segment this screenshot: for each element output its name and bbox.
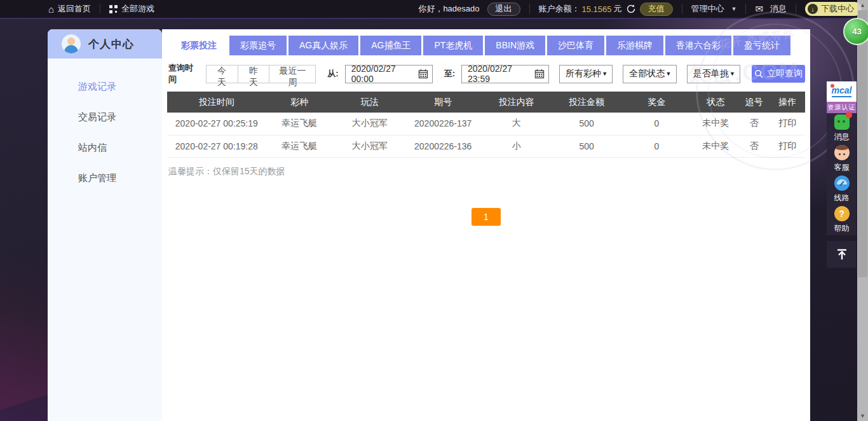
calendar-icon[interactable] xyxy=(418,69,428,79)
help-question-icon: ? xyxy=(834,206,850,221)
sidebar-item-站内信[interactable]: 站内信 xyxy=(48,132,162,163)
table-header-row: 投注时间彩种玩法期号投注内容投注金额奖金状态追号操作 xyxy=(167,92,805,113)
sidebar-item-游戏记录[interactable]: 游戏记录 xyxy=(48,71,162,102)
logout-button[interactable]: 退出 xyxy=(487,3,520,16)
messages-label: 消息 xyxy=(770,3,787,15)
filter-label: 查询时间 xyxy=(168,62,198,85)
page-scrollbar[interactable]: ▲ ▼ xyxy=(857,0,868,421)
scroll-up-arrow-icon[interactable]: ▲ xyxy=(860,0,865,10)
admin-center-menu[interactable]: 管理中心 ▼ xyxy=(691,3,737,15)
col-header-彩种: 彩种 xyxy=(266,92,333,113)
balance-label: 账户余额： xyxy=(539,3,580,15)
cell-状态: 未中奖 xyxy=(693,135,738,157)
widget-label: 线路 xyxy=(834,193,850,204)
customer-service-icon xyxy=(834,145,850,160)
tab-乐游棋牌[interactable]: 乐游棋牌 xyxy=(606,36,663,55)
pagination: 1 xyxy=(167,208,805,226)
widget-客服[interactable]: 客服 xyxy=(827,144,857,174)
back-to-top-button[interactable] xyxy=(827,241,857,268)
recharge-button[interactable]: 充值 xyxy=(640,3,673,16)
back-to-top-icon xyxy=(835,247,849,261)
chevron-down-icon: ▼ xyxy=(602,71,607,77)
cell-彩种: 幸运飞艇 xyxy=(266,135,333,157)
download-icon: ↓ xyxy=(808,4,818,14)
admin-center-label: 管理中心 xyxy=(691,3,724,15)
sidebar-title: 个人中心 xyxy=(88,37,134,52)
all-games-link[interactable]: 全部游戏 xyxy=(109,3,154,15)
divider xyxy=(529,4,530,14)
cell-投注内容: 大 xyxy=(480,113,553,135)
date-to-value: 2020/02/27 23:59 xyxy=(468,64,531,84)
record-tabs: 彩票投注彩票追号AG真人娱乐AG捕鱼王PT老虎机BBIN游戏沙巴体育乐游棋牌香港… xyxy=(170,36,805,55)
select-所有彩种[interactable]: 所有彩种▼ xyxy=(559,65,613,83)
sidebar-header: 个人中心 xyxy=(48,29,162,59)
col-header-玩法: 玩法 xyxy=(333,92,406,113)
scrollbar-thumb[interactable] xyxy=(858,10,867,277)
col-header-状态: 状态 xyxy=(693,92,738,113)
cell-投注金额: 500 xyxy=(553,113,620,135)
cell-投注时间: 2020-02-27 00:19:28 xyxy=(167,135,266,157)
balance-unit: 元 xyxy=(614,3,622,15)
print-link[interactable]: 打印 xyxy=(778,141,796,151)
filter-bar: 查询时间 今天昨天最近一周 从: 2020/02/27 00:00 至: 202… xyxy=(168,62,805,85)
search-button[interactable]: 立即查询 xyxy=(752,65,805,83)
select-value: 是否单挑 xyxy=(693,68,729,79)
col-header-奖金: 奖金 xyxy=(620,92,693,113)
date-to-input[interactable]: 2020/02/27 23:59 xyxy=(461,65,549,83)
cell-期号: 20200226-136 xyxy=(406,135,479,157)
tab-PT老虎机[interactable]: PT老虎机 xyxy=(423,36,483,55)
print-link[interactable]: 打印 xyxy=(778,118,796,128)
tab-沙巴体育[interactable]: 沙巴体育 xyxy=(547,36,604,55)
tab-盈亏统计[interactable]: 盈亏统计 xyxy=(733,36,790,55)
quick-今天[interactable]: 今天 xyxy=(206,65,238,83)
tab-香港六合彩[interactable]: 香港六合彩 xyxy=(665,36,731,55)
tab-彩票投注[interactable]: 彩票投注 xyxy=(170,36,227,55)
widget-stack: 消息客服线路?帮助 xyxy=(827,113,857,235)
tab-彩票追号[interactable]: 彩票追号 xyxy=(229,36,287,55)
sidebar-item-账户管理[interactable]: 账户管理 xyxy=(48,163,162,193)
select-value: 所有彩种 xyxy=(566,68,601,79)
refresh-balance-icon[interactable] xyxy=(626,4,636,14)
cell-奖金: 0 xyxy=(620,135,693,157)
cell-状态: 未中奖 xyxy=(693,113,738,135)
cell-投注时间: 2020-02-27 00:25:19 xyxy=(167,113,266,135)
floating-widgets: mcal 资源认证 消息客服线路?帮助 xyxy=(827,81,857,268)
cell-操作: 打印 xyxy=(770,113,805,135)
divider xyxy=(100,4,100,14)
table-row: 2020-02-27 00:19:28幸运飞艇大小冠军20200226-136小… xyxy=(167,135,805,157)
tab-BBIN游戏[interactable]: BBIN游戏 xyxy=(485,36,545,55)
page-1-button[interactable]: 1 xyxy=(471,208,501,226)
widget-label: 客服 xyxy=(834,162,850,173)
calendar-icon[interactable] xyxy=(534,69,545,79)
quick-最近一周[interactable]: 最近一周 xyxy=(269,65,316,83)
select-全部状态[interactable]: 全部状态▼ xyxy=(623,65,676,83)
widget-线路[interactable]: 线路 xyxy=(827,174,857,205)
select-value: 全部状态 xyxy=(629,68,665,79)
widget-label: 消息 xyxy=(834,132,850,142)
sidebar-item-交易记录[interactable]: 交易记录 xyxy=(48,102,162,132)
back-home-link[interactable]: ⌂ 返回首页 xyxy=(48,3,91,15)
widget-消息[interactable]: 消息 xyxy=(827,113,857,144)
notification-badge[interactable]: 43 xyxy=(843,18,868,45)
download-center-label: 下载中心 xyxy=(821,3,854,15)
tab-AG捕鱼王[interactable]: AG捕鱼王 xyxy=(360,36,421,55)
cert-logo-text: mcal xyxy=(832,86,852,97)
messages-link[interactable]: ✉ 消息 xyxy=(755,3,787,15)
download-center-button[interactable]: ↓ 下载中心 xyxy=(805,2,862,16)
tab-AG真人娱乐[interactable]: AG真人娱乐 xyxy=(288,36,358,55)
col-header-操作: 操作 xyxy=(770,92,805,113)
widget-帮助[interactable]: ?帮助 xyxy=(827,205,857,235)
scroll-down-arrow-icon[interactable]: ▼ xyxy=(860,411,865,421)
cert-logo[interactable]: mcal xyxy=(827,81,857,102)
retention-tip: 温馨提示：仅保留15天的数据 xyxy=(168,166,805,177)
date-from-input[interactable]: 2020/02/27 00:00 xyxy=(345,65,433,83)
wechat-message-icon xyxy=(834,114,850,130)
date-from-value: 2020/02/27 00:00 xyxy=(351,64,414,84)
bet-records-table: 投注时间彩种玩法期号投注内容投注金额奖金状态追号操作 2020-02-27 00… xyxy=(167,92,805,158)
col-header-投注时间: 投注时间 xyxy=(167,92,266,113)
cert-strip[interactable]: 资源认证 xyxy=(827,102,857,113)
select-是否单挑[interactable]: 是否单挑▼ xyxy=(687,65,740,83)
envelope-icon: ✉ xyxy=(755,3,763,15)
quick-昨天[interactable]: 昨天 xyxy=(238,65,270,83)
topbar: ⌂ 返回首页 全部游戏 你好，hadesado 退出 账户余额： 15.1565… xyxy=(0,0,868,19)
